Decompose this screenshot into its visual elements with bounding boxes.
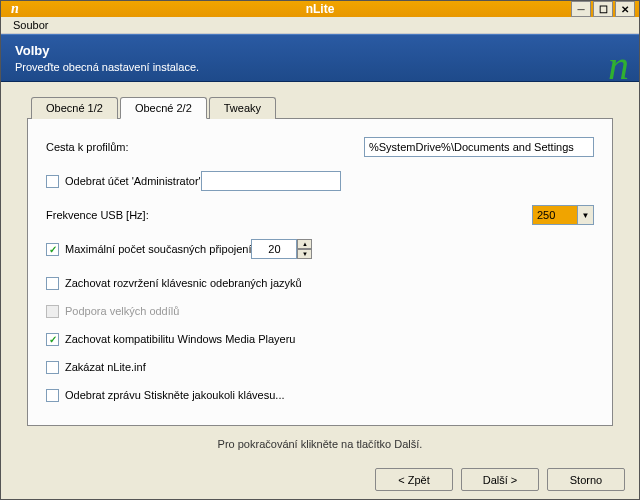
usb-freq-select[interactable]: 250 ▼ [532, 205, 594, 225]
nlite-logo-icon: n [608, 41, 629, 89]
chevron-down-icon[interactable]: ▼ [578, 205, 594, 225]
window-title: nLite [1, 2, 639, 16]
next-button[interactable]: Další > [461, 468, 539, 491]
maximize-button[interactable]: ☐ [593, 1, 613, 17]
spinner-down-icon[interactable]: ▼ [297, 249, 312, 259]
close-button[interactable]: ✕ [615, 1, 635, 17]
max-conn-input[interactable] [251, 239, 297, 259]
cancel-button[interactable]: Storno [547, 468, 625, 491]
titlebar: n nLite ─ ☐ ✕ [1, 1, 639, 17]
page-header: Volby Proveďte obecná nastavení instalac… [1, 34, 639, 82]
spinner-up-icon[interactable]: ▲ [297, 239, 312, 249]
remove-admin-checkbox[interactable]: Odebrat účet 'Administrator' [46, 175, 201, 188]
tab-general-1[interactable]: Obecné 1/2 [31, 97, 118, 119]
keep-keyboard-label: Zachovat rozvržení klávesnic odebraných … [65, 277, 302, 289]
max-conn-spinner[interactable]: ▲ ▼ [251, 239, 312, 259]
app-window: n nLite ─ ☐ ✕ Soubor Volby Proveďte obec… [0, 0, 640, 500]
minimize-button[interactable]: ─ [571, 1, 591, 17]
profile-path-input[interactable] [364, 137, 594, 157]
remove-admin-input[interactable] [201, 171, 341, 191]
usb-freq-value: 250 [532, 205, 578, 225]
wizard-buttons: < Zpět Další > Storno [1, 460, 639, 500]
content-area: Obecné 1/2 Obecné 2/2 Tweaky Cesta k pro… [1, 82, 639, 460]
max-conn-label: Maximální počet současných připojení [65, 243, 251, 255]
wmp-compat-checkbox[interactable]: ✓ Zachovat kompatibilitu Windows Media P… [46, 333, 296, 346]
page-title: Volby [15, 43, 199, 58]
checkbox-icon [46, 361, 59, 374]
large-partition-checkbox: Podpora velkých oddílů [46, 305, 179, 318]
remove-press-key-checkbox[interactable]: Odebrat zprávu Stiskněte jakoukoli kláve… [46, 389, 285, 402]
menubar: Soubor [1, 17, 639, 34]
checkbox-icon [46, 277, 59, 290]
disable-nlite-inf-checkbox[interactable]: Zakázat nLite.inf [46, 361, 146, 374]
footer-hint: Pro pokračování klikněte na tlačítko Dal… [27, 426, 613, 460]
disable-nlite-inf-label: Zakázat nLite.inf [65, 361, 146, 373]
menu-file[interactable]: Soubor [7, 17, 54, 33]
tab-general-2[interactable]: Obecné 2/2 [120, 97, 207, 119]
checkbox-icon: ✓ [46, 243, 59, 256]
tab-panel: Cesta k profilům: Odebrat účet 'Administ… [27, 118, 613, 426]
tab-tweaks[interactable]: Tweaky [209, 97, 276, 119]
keep-keyboard-checkbox[interactable]: Zachovat rozvržení klávesnic odebraných … [46, 277, 302, 290]
max-conn-checkbox[interactable]: ✓ Maximální počet současných připojení [46, 243, 251, 256]
page-subtitle: Proveďte obecná nastavení instalace. [15, 61, 199, 73]
checkbox-icon: ✓ [46, 333, 59, 346]
remove-admin-label: Odebrat účet 'Administrator' [65, 175, 201, 187]
profile-path-label: Cesta k profilům: [46, 141, 364, 153]
checkbox-icon [46, 389, 59, 402]
checkbox-icon [46, 305, 59, 318]
back-button[interactable]: < Zpět [375, 468, 453, 491]
checkbox-icon [46, 175, 59, 188]
large-partition-label: Podpora velkých oddílů [65, 305, 179, 317]
usb-freq-label: Frekvence USB [Hz]: [46, 209, 532, 221]
remove-press-key-label: Odebrat zprávu Stiskněte jakoukoli kláve… [65, 389, 285, 401]
tab-strip: Obecné 1/2 Obecné 2/2 Tweaky [31, 97, 613, 119]
wmp-compat-label: Zachovat kompatibilitu Windows Media Pla… [65, 333, 296, 345]
